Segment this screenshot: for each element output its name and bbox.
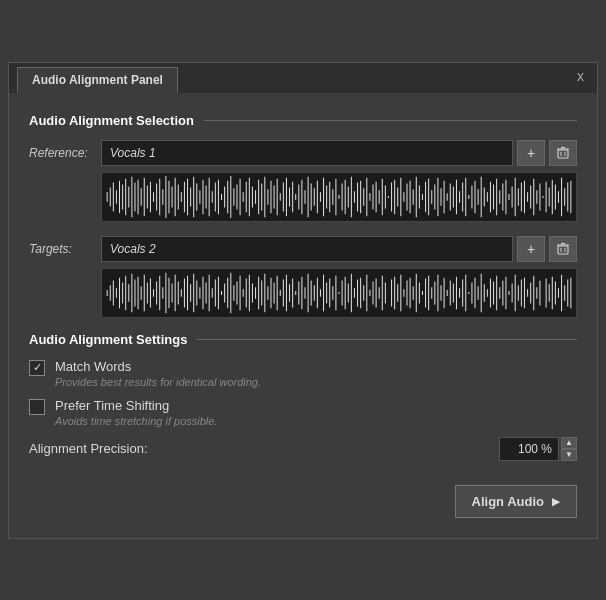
prefer-time-shifting-checkbox[interactable] (29, 399, 45, 415)
alignment-precision-input[interactable] (499, 437, 559, 461)
reference-label: Reference: (29, 146, 101, 160)
match-words-description: Provides best results for identical word… (55, 376, 261, 388)
match-words-label: Match Words (55, 359, 261, 374)
targets-waveform-svg (102, 269, 576, 317)
settings-section-line (197, 339, 577, 340)
spinner-up-button[interactable]: ▲ (561, 437, 577, 449)
reference-add-button[interactable]: + (517, 140, 545, 166)
settings-section-title: Audio Alignment Settings (29, 332, 187, 347)
spinner-down-button[interactable]: ▼ (561, 449, 577, 461)
trash-icon (556, 146, 570, 160)
match-words-checkbox[interactable]: ✓ (29, 360, 45, 376)
prefer-time-shifting-text-group: Prefer Time Shifting Avoids time stretch… (55, 398, 217, 427)
targets-input[interactable] (101, 236, 513, 262)
selection-section-header: Audio Alignment Selection (29, 113, 577, 128)
align-audio-label: Align Audio (472, 494, 544, 509)
targets-label: Targets: (29, 242, 101, 256)
checkmark-icon: ✓ (33, 362, 42, 373)
prefer-time-shifting-row: Prefer Time Shifting Avoids time stretch… (29, 398, 577, 427)
match-words-text-group: Match Words Provides best results for id… (55, 359, 261, 388)
targets-add-button[interactable]: + (517, 236, 545, 262)
spinner-buttons: ▲ ▼ (561, 437, 577, 461)
reference-waveform-svg (102, 173, 576, 221)
alignment-precision-row: Alignment Precision: ▲ ▼ (29, 437, 577, 461)
trash-icon (556, 242, 570, 256)
prefer-time-shifting-label: Prefer Time Shifting (55, 398, 217, 413)
reference-input[interactable] (101, 140, 513, 166)
play-icon: ▶ (552, 496, 560, 507)
panel-body: Audio Alignment Selection Reference: + (9, 93, 597, 538)
selection-section-title: Audio Alignment Selection (29, 113, 194, 128)
reference-row: Reference: + (29, 140, 577, 166)
tab-audio-alignment[interactable]: Audio Alignment Panel (17, 67, 178, 93)
targets-remove-button[interactable] (549, 236, 577, 262)
reference-remove-button[interactable] (549, 140, 577, 166)
alignment-precision-control: ▲ ▼ (499, 437, 577, 461)
align-audio-button[interactable]: Align Audio ▶ (455, 485, 577, 518)
svg-rect-0 (558, 150, 568, 158)
targets-row: Targets: + (29, 236, 577, 262)
targets-waveform (101, 268, 577, 318)
tab-bar: Audio Alignment Panel x (9, 63, 597, 93)
close-button[interactable]: x (572, 67, 589, 85)
prefer-time-shifting-description: Avoids time stretching if possible. (55, 415, 217, 427)
settings-section: Audio Alignment Settings ✓ Match Words P… (29, 332, 577, 461)
footer-row: Align Audio ▶ (29, 485, 577, 518)
svg-rect-307 (558, 246, 568, 254)
audio-alignment-panel: Audio Alignment Panel x Audio Alignment … (8, 62, 598, 539)
match-words-row: ✓ Match Words Provides best results for … (29, 359, 577, 388)
selection-section-line (204, 120, 577, 121)
alignment-precision-label: Alignment Precision: (29, 441, 499, 456)
settings-section-header: Audio Alignment Settings (29, 332, 577, 347)
reference-waveform (101, 172, 577, 222)
